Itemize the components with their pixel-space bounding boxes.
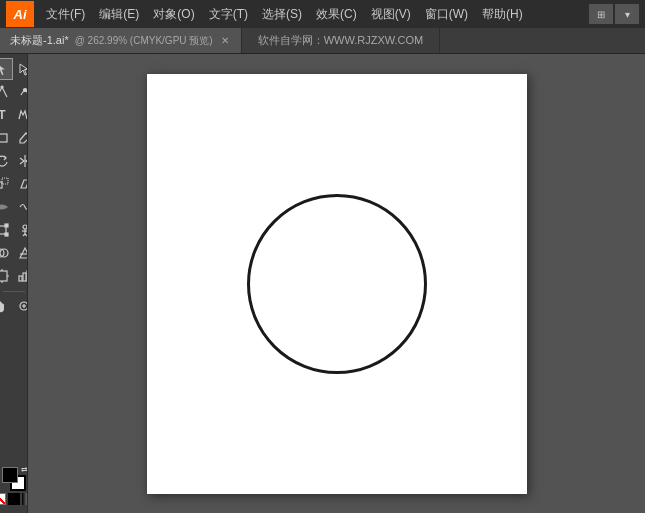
rectangle-tool[interactable] bbox=[0, 127, 13, 149]
tab-active-label: 未标题-1.ai* bbox=[10, 33, 69, 48]
circle-shape bbox=[247, 194, 427, 374]
rotate-tools-row bbox=[0, 150, 28, 172]
svg-point-11 bbox=[23, 225, 27, 229]
title-bar: Ai 文件(F) 编辑(E) 对象(O) 文字(T) 选择(S) 效果(C) 视… bbox=[0, 0, 645, 28]
menu-edit[interactable]: 编辑(E) bbox=[93, 4, 145, 25]
ai-logo: Ai bbox=[6, 1, 34, 27]
none-fill-icon[interactable] bbox=[0, 493, 6, 505]
shapebuilder-tools-row bbox=[0, 242, 28, 264]
menu-text[interactable]: 文字(T) bbox=[203, 4, 254, 25]
direct-selection-tool[interactable] bbox=[14, 58, 28, 80]
pen-tool[interactable] bbox=[0, 81, 13, 103]
menu-file[interactable]: 文件(F) bbox=[40, 4, 91, 25]
type-tool[interactable]: T bbox=[0, 104, 13, 126]
svg-rect-25 bbox=[23, 273, 26, 281]
color-mode-row bbox=[0, 493, 28, 505]
eraser-tool[interactable] bbox=[14, 127, 28, 149]
window-controls: ⊞ ▾ bbox=[589, 4, 639, 24]
menu-effect[interactable]: 效果(C) bbox=[310, 4, 363, 25]
tab-close-button[interactable]: ✕ bbox=[219, 34, 231, 47]
svg-rect-5 bbox=[2, 178, 8, 184]
chevron-down-icon[interactable]: ▾ bbox=[615, 4, 639, 24]
puppet-warp-tool[interactable] bbox=[14, 219, 28, 241]
svg-point-1 bbox=[24, 89, 27, 92]
selection-tools-row bbox=[0, 58, 28, 80]
menu-window[interactable]: 窗口(W) bbox=[419, 4, 474, 25]
menu-bar: 文件(F) 编辑(E) 对象(O) 文字(T) 选择(S) 效果(C) 视图(V… bbox=[40, 4, 583, 25]
color-swatches: ⇄ bbox=[2, 467, 26, 491]
tab-active[interactable]: 未标题-1.ai* @ 262.99% (CMYK/GPU 预览) ✕ bbox=[0, 28, 242, 53]
fill-color-icon[interactable] bbox=[8, 493, 20, 505]
width-tool[interactable] bbox=[0, 196, 13, 218]
swap-colors-icon[interactable]: ⇄ bbox=[21, 465, 28, 474]
tab-inactive[interactable]: 软件自学网：WWW.RJZXW.COM bbox=[242, 28, 441, 53]
shear-tool[interactable] bbox=[14, 173, 28, 195]
scale-tools-row bbox=[0, 173, 28, 195]
artboard-tools-row bbox=[0, 265, 28, 287]
live-paint-tool[interactable] bbox=[14, 242, 28, 264]
menu-select[interactable]: 选择(S) bbox=[256, 4, 308, 25]
shape-tools-row bbox=[0, 127, 28, 149]
scale-tool[interactable] bbox=[0, 173, 13, 195]
svg-rect-2 bbox=[0, 134, 7, 142]
touch-type-tool[interactable] bbox=[14, 104, 28, 126]
svg-line-15 bbox=[25, 234, 27, 236]
pen-tools-row bbox=[0, 81, 28, 103]
selection-tool[interactable] bbox=[0, 58, 13, 80]
canvas-area bbox=[28, 54, 645, 513]
svg-rect-19 bbox=[0, 271, 7, 281]
toolbar-separator bbox=[3, 291, 25, 292]
type-tools-row: T bbox=[0, 104, 28, 126]
menu-help[interactable]: 帮助(H) bbox=[476, 4, 529, 25]
nav-tools-row bbox=[0, 296, 28, 318]
hand-tool[interactable] bbox=[0, 296, 13, 318]
svg-rect-24 bbox=[19, 276, 22, 281]
tab-active-info: @ 262.99% (CMYK/GPU 预览) bbox=[75, 34, 213, 48]
curvature-tool[interactable] bbox=[14, 81, 28, 103]
width-tools-row bbox=[0, 196, 28, 218]
svg-rect-8 bbox=[5, 224, 8, 227]
menu-object[interactable]: 对象(O) bbox=[147, 4, 200, 25]
zoom-tool[interactable] bbox=[14, 296, 28, 318]
reflect-tool[interactable] bbox=[14, 150, 28, 172]
menu-view[interactable]: 视图(V) bbox=[365, 4, 417, 25]
svg-rect-10 bbox=[5, 233, 8, 236]
color-area: ⇄ bbox=[0, 467, 28, 509]
main-area: T bbox=[0, 54, 645, 513]
fill-swatch[interactable] bbox=[2, 467, 18, 483]
rotate-tool[interactable] bbox=[0, 150, 13, 172]
svg-point-0 bbox=[1, 86, 3, 88]
free-transform-tool[interactable] bbox=[0, 219, 13, 241]
chart-tool[interactable] bbox=[14, 265, 28, 287]
grid-icon[interactable]: ⊞ bbox=[589, 4, 613, 24]
freetransform-tools-row bbox=[0, 219, 28, 241]
artboard-tool[interactable] bbox=[0, 265, 13, 287]
svg-rect-4 bbox=[0, 182, 2, 188]
warp-tool[interactable] bbox=[14, 196, 28, 218]
shape-builder-tool[interactable] bbox=[0, 242, 13, 264]
tab-bar: 未标题-1.ai* @ 262.99% (CMYK/GPU 预览) ✕ 软件自学… bbox=[0, 28, 645, 54]
toolbar: T bbox=[0, 54, 28, 513]
tab-inactive-label: 软件自学网：WWW.RJZXW.COM bbox=[258, 33, 424, 48]
artboard bbox=[147, 74, 527, 494]
